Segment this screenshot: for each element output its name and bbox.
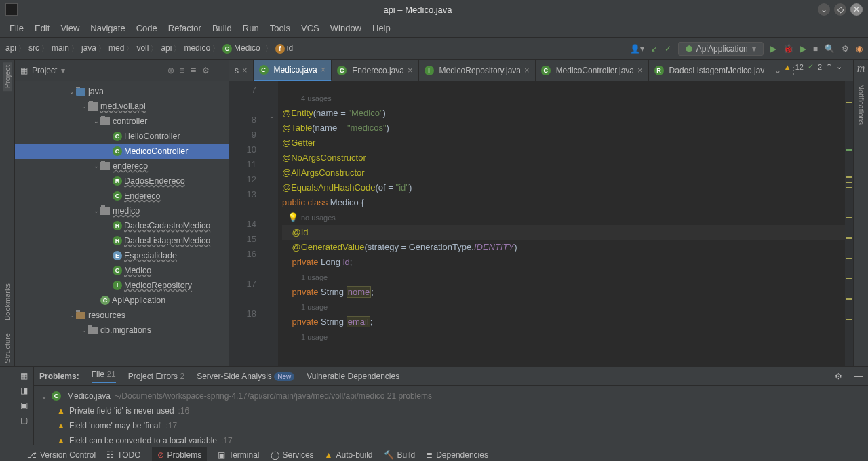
fold-column[interactable]: − bbox=[269, 81, 278, 366]
close-button[interactable]: ✕ bbox=[850, 3, 863, 16]
menu-vcs[interactable]: VCS bbox=[296, 21, 325, 35]
expand-icon[interactable]: ≡ bbox=[180, 66, 184, 75]
tree-medico-pkg[interactable]: ⌄medico bbox=[15, 203, 229, 218]
rail-notifications[interactable]: Notifications bbox=[857, 81, 865, 127]
menu-help[interactable]: Help bbox=[367, 21, 396, 35]
tree-java[interactable]: ⌄java bbox=[15, 84, 229, 99]
tab-medicoctrl[interactable]: CMedicoController.java× bbox=[536, 60, 649, 81]
tab-medicorepo[interactable]: IMedicoRepository.java× bbox=[419, 60, 536, 81]
project-label[interactable]: Project bbox=[32, 66, 57, 75]
tree-dadoslistagem[interactable]: RDadosListagemMedico bbox=[15, 233, 229, 248]
stop-button[interactable]: ■ bbox=[813, 44, 818, 54]
vcs-commit-icon[interactable]: ✓ bbox=[665, 44, 671, 54]
next-highlight-icon[interactable]: ⌄ bbox=[836, 62, 842, 71]
bc-apipkg[interactable]: api bbox=[161, 43, 182, 54]
bc-voll[interactable]: voll bbox=[136, 43, 159, 54]
tree-dadosendereco[interactable]: RDadosEndereco bbox=[15, 174, 229, 188]
bc-med[interactable]: med bbox=[108, 43, 135, 54]
ide-icon[interactable]: ◉ bbox=[856, 44, 863, 54]
bc-medico[interactable]: medico bbox=[184, 43, 221, 54]
menu-build[interactable]: Build bbox=[207, 21, 237, 35]
terminal-button[interactable]: ▣Terminal bbox=[218, 450, 259, 460]
close-icon[interactable]: × bbox=[321, 64, 326, 75]
vcs-update-icon[interactable]: ↙ bbox=[651, 44, 658, 54]
problem-item[interactable]: ▲Field can be converted to a local varia… bbox=[41, 433, 861, 445]
gutter[interactable]: 7 8 9 10 11 12 13 14 15 16 17 18 bbox=[229, 81, 269, 366]
tree-dadoscadastro[interactable]: RDadosCadastroMedico bbox=[15, 218, 229, 233]
menu-navigate[interactable]: Navigate bbox=[85, 21, 130, 35]
autobuild-button[interactable]: ▲Auto-build bbox=[325, 450, 373, 460]
panel-settings-icon[interactable]: ⚙ bbox=[202, 66, 210, 75]
problems-tab-project[interactable]: Project Errors 2 bbox=[128, 372, 184, 381]
problem-file-row[interactable]: ⌄C Medico.java ~/Documents/workspace-spr… bbox=[41, 388, 861, 403]
run-config-selector[interactable]: ⬢ ApiApplication ▾ bbox=[678, 42, 764, 56]
error-stripe[interactable] bbox=[845, 81, 853, 366]
bc-api[interactable]: api bbox=[5, 43, 27, 54]
minimize-button[interactable]: ⌄ bbox=[818, 3, 830, 16]
search-icon[interactable]: 🔍 bbox=[825, 44, 835, 54]
services-button[interactable]: ◯Services bbox=[271, 450, 314, 460]
menu-code[interactable]: Code bbox=[131, 21, 163, 35]
user-icon[interactable]: 👤▾ bbox=[630, 44, 644, 54]
menu-file[interactable]: File bbox=[4, 21, 29, 35]
editor[interactable]: 7 8 9 10 11 12 13 14 15 16 17 18 − bbox=[229, 81, 853, 366]
menu-refactor[interactable]: Refactor bbox=[163, 21, 207, 35]
bc-src[interactable]: src bbox=[28, 43, 50, 54]
menu-view[interactable]: View bbox=[55, 21, 85, 35]
menu-tools[interactable]: Tools bbox=[264, 21, 296, 35]
menu-window[interactable]: Window bbox=[325, 21, 367, 35]
usages-hint[interactable]: 1 usage bbox=[282, 300, 845, 315]
expand-icon[interactable]: ▣ bbox=[20, 401, 28, 410]
debug-button[interactable]: 🐞 bbox=[783, 44, 793, 54]
collapse-icon[interactable]: ▢ bbox=[20, 416, 28, 425]
problems-settings-icon[interactable]: ⚙ bbox=[835, 372, 842, 381]
tree-controller[interactable]: ⌄controller bbox=[15, 114, 229, 129]
vc-button[interactable]: ⎇Version Control bbox=[27, 450, 96, 460]
bc-java[interactable]: java bbox=[81, 43, 107, 54]
usages-hint[interactable]: 1 usage bbox=[282, 270, 845, 285]
tree-pkg[interactable]: ⌄med.voll.api bbox=[15, 99, 229, 114]
locate-icon[interactable]: ⊕ bbox=[167, 66, 174, 75]
tree-endereco[interactable]: CEndereco bbox=[15, 188, 229, 203]
close-icon[interactable]: × bbox=[408, 65, 413, 75]
build-button[interactable]: 🔨Build bbox=[384, 450, 416, 460]
view-icon[interactable]: ▦ bbox=[20, 371, 28, 380]
rail-structure[interactable]: Structure bbox=[3, 330, 12, 366]
tree-dbmig[interactable]: ⌄db.migrations bbox=[15, 323, 229, 338]
problems-button[interactable]: ⊘Problems bbox=[152, 447, 208, 462]
settings-icon[interactable]: ⚙ bbox=[842, 44, 849, 54]
code-content[interactable]: 4 usages @Entity(name = "Medico") @Table… bbox=[278, 81, 845, 366]
usages-hint[interactable]: 1 usage bbox=[282, 329, 845, 344]
bc-field[interactable]: fid bbox=[275, 43, 293, 54]
prev-highlight-icon[interactable]: ⌃ bbox=[826, 62, 832, 71]
close-icon[interactable]: × bbox=[242, 65, 248, 75]
close-icon[interactable]: × bbox=[524, 65, 530, 75]
project-dropdown-icon[interactable]: ▾ bbox=[61, 66, 65, 75]
problem-item[interactable]: ▲Field 'nome' may be 'final':17 bbox=[41, 418, 861, 433]
menu-edit[interactable]: Edit bbox=[29, 21, 55, 35]
problems-tab-vuln[interactable]: Vulnerable Dependencies bbox=[307, 372, 399, 381]
problems-tab-ssa[interactable]: Server-Side Analysis New bbox=[197, 372, 294, 381]
tab-dadoslist[interactable]: RDadosListagemMedico.jav bbox=[649, 60, 771, 81]
intention-bulb-icon[interactable]: 💡 bbox=[288, 210, 298, 225]
run-button[interactable]: ▶ bbox=[770, 44, 776, 54]
tab-medico[interactable]: CMedico.java× bbox=[254, 60, 332, 81]
tree-hellocontroller[interactable]: CHelloController bbox=[15, 129, 229, 144]
tree-apiapp[interactable]: CApiApplication bbox=[15, 293, 229, 308]
rail-project[interactable]: Project bbox=[3, 62, 12, 91]
tree-medicorepo[interactable]: IMedicoRepository bbox=[15, 278, 229, 293]
close-icon[interactable]: × bbox=[637, 65, 643, 75]
rail-maven[interactable]: m bbox=[857, 62, 865, 75]
problems-tab-file[interactable]: File 21 bbox=[92, 369, 116, 383]
tree-medicocontroller[interactable]: CMedicoController bbox=[15, 144, 229, 159]
coverage-button[interactable]: ▶ bbox=[800, 44, 806, 54]
bc-class[interactable]: CMedico bbox=[222, 43, 260, 54]
tree-endereco-pkg[interactable]: ⌄endereco bbox=[15, 159, 229, 174]
problem-item[interactable]: ▲Private field 'id' is never used:16 bbox=[41, 403, 861, 418]
todo-button[interactable]: ☷TODO bbox=[106, 450, 140, 460]
usages-hint[interactable]: 4 usages bbox=[282, 91, 845, 106]
menu-run[interactable]: Run bbox=[237, 21, 264, 35]
problems-hide-icon[interactable]: — bbox=[854, 372, 863, 381]
collapse-icon[interactable]: ≣ bbox=[190, 66, 197, 75]
tab-endereco[interactable]: CEndereco.java× bbox=[332, 60, 418, 81]
